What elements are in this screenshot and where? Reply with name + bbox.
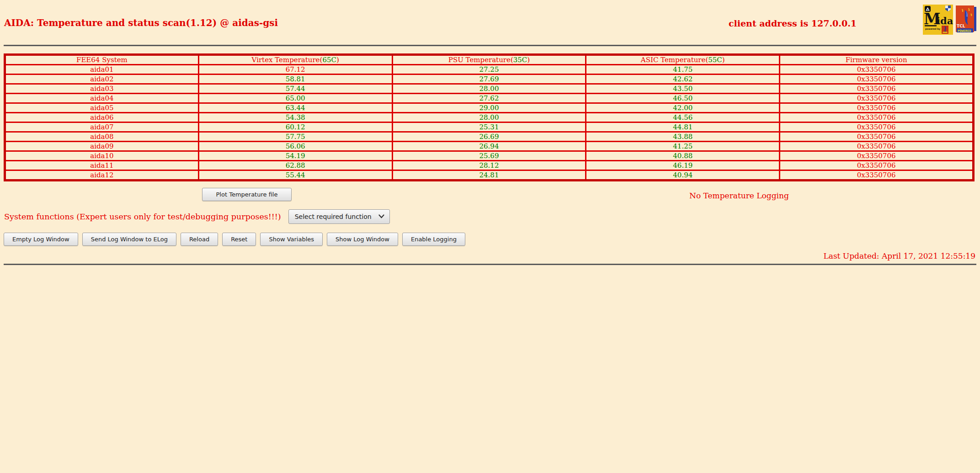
cell-system: aida09 (5, 142, 199, 151)
table-header-row: FEE64 SystemVirtex Temperature(65C)PSU T… (5, 55, 974, 65)
cell-psu: 28.12 (392, 161, 586, 170)
show-log-window-button[interactable]: Show Log Window (327, 233, 398, 246)
column-header-0: FEE64 System (5, 55, 199, 65)
cell-firmware: 0x3350706 (780, 142, 974, 151)
cell-system: aida01 (5, 65, 199, 74)
table-row: aida1162.8828.1246.190x3350706 (5, 161, 974, 170)
plot-temperature-file-button[interactable]: Plot Temperature file (202, 188, 292, 201)
temperature-table: FEE64 SystemVirtex Temperature(65C)PSU T… (4, 53, 975, 181)
cell-virtex: 55.44 (198, 170, 392, 181)
table-row: aida1054.1925.6940.880x3350706 (5, 151, 974, 161)
tcl-powered-text: POWERED (958, 29, 971, 33)
cell-firmware: 0x3350706 (780, 74, 974, 84)
cell-psu: 28.00 (392, 84, 586, 94)
cell-system: aida04 (5, 94, 199, 103)
column-header-2: PSU Temperature(35C) (392, 55, 586, 65)
table-row: aida0465.0027.6246.500x3350706 (5, 94, 974, 103)
cell-asic: 43.88 (586, 132, 780, 142)
cell-psu: 27.69 (392, 74, 586, 84)
cell-asic: 44.81 (586, 122, 780, 132)
cell-asic: 44.56 (586, 113, 780, 122)
enable-logging-button[interactable]: Enable Logging (402, 233, 465, 246)
page: AIDA: Temperature and status scan(1.12) … (0, 0, 980, 269)
cell-asic: 43.50 (586, 84, 780, 94)
function-select-wrap: Select required function (288, 209, 390, 224)
empty-log-window-button[interactable]: Empty Log Window (4, 233, 78, 246)
table-row: aida0258.8127.6942.620x3350706 (5, 74, 974, 84)
table-row: aida0654.3828.0044.560x3350706 (5, 113, 974, 122)
cell-psu: 26.69 (392, 132, 586, 142)
cell-firmware: 0x3350706 (780, 161, 974, 170)
cell-system: aida07 (5, 122, 199, 132)
cell-firmware: 0x3350706 (780, 94, 974, 103)
table-row: aida0760.1225.3144.810x3350706 (5, 122, 974, 132)
reset-button[interactable]: Reset (222, 233, 256, 246)
cell-firmware: 0x3350706 (780, 151, 974, 161)
tcl-text: TCL (957, 24, 965, 28)
cell-psu: 26.94 (392, 142, 586, 151)
table-row: aida0357.4428.0043.500x3350706 (5, 84, 974, 94)
column-header-3: ASIC Temperature(55C) (586, 55, 780, 65)
cell-virtex: 54.38 (198, 113, 392, 122)
show-variables-button[interactable]: Show Variables (260, 233, 323, 246)
table-row: aida1255.4424.8140.940x3350706 (5, 170, 974, 181)
cell-firmware: 0x3350706 (780, 132, 974, 142)
function-select[interactable]: Select required function (288, 209, 390, 224)
page-title: AIDA: Temperature and status scan(1.12) … (4, 17, 278, 28)
cell-psu: 25.31 (392, 122, 586, 132)
client-address: client address is 127.0.0.1 (729, 18, 857, 28)
cell-virtex: 57.44 (198, 84, 392, 94)
plot-row: Plot Temperature file No Temperature Log… (4, 187, 976, 204)
table-row: aida0563.4429.0042.000x3350706 (5, 103, 974, 113)
cell-psu: 28.00 (392, 113, 586, 122)
cell-virtex: 60.12 (198, 122, 392, 132)
logos: M idas powered by TCL POWERED (923, 5, 976, 35)
midas-logo-icon: M idas powered by (923, 5, 953, 35)
cell-system: aida06 (5, 113, 199, 122)
cell-asic: 41.25 (586, 142, 780, 151)
cell-psu: 25.69 (392, 151, 586, 161)
column-header-1: Virtex Temperature(65C) (198, 55, 392, 65)
cell-virtex: 56.06 (198, 142, 392, 151)
cell-asic: 41.75 (586, 65, 780, 74)
table-row: aida0857.7526.6943.880x3350706 (5, 132, 974, 142)
table-row: aida0956.0626.9441.250x3350706 (5, 142, 974, 151)
cell-firmware: 0x3350706 (780, 84, 974, 94)
cell-virtex: 62.88 (198, 161, 392, 170)
cell-virtex: 57.75 (198, 132, 392, 142)
cell-system: aida12 (5, 170, 199, 181)
reload-button[interactable]: Reload (181, 233, 218, 246)
cell-system: aida10 (5, 151, 199, 161)
cell-firmware: 0x3350706 (780, 65, 974, 74)
cell-system: aida05 (5, 103, 199, 113)
system-functions-row: System functions (Expert users only for … (4, 208, 976, 225)
cell-virtex: 65.00 (198, 94, 392, 103)
divider-bottom (4, 264, 976, 265)
cell-virtex: 67.12 (198, 65, 392, 74)
column-header-4: Firmware version (780, 55, 974, 65)
cell-asic: 40.88 (586, 151, 780, 161)
cell-virtex: 54.19 (198, 151, 392, 161)
cell-system: aida03 (5, 84, 199, 94)
cell-asic: 46.19 (586, 161, 780, 170)
cell-system: aida08 (5, 132, 199, 142)
svg-text:idas: idas (937, 15, 953, 27)
system-functions-label: System functions (Expert users only for … (4, 212, 281, 221)
cell-system: aida11 (5, 161, 199, 170)
log-buttons-row: Empty Log WindowSend Log Window to ELogR… (4, 233, 976, 246)
logging-status-text: No Temperature Logging (689, 191, 789, 200)
cell-system: aida02 (5, 74, 199, 84)
cell-psu: 27.25 (392, 65, 586, 74)
cell-firmware: 0x3350706 (780, 103, 974, 113)
cell-asic: 40.94 (586, 170, 780, 181)
header: AIDA: Temperature and status scan(1.12) … (4, 4, 976, 42)
table-row: aida0167.1227.2541.750x3350706 (5, 65, 974, 74)
last-updated-text: Last Updated: April 17, 2021 12:55:19 (4, 251, 976, 260)
cell-psu: 27.62 (392, 94, 586, 103)
send-log-window-to-elog-button[interactable]: Send Log Window to ELog (82, 233, 176, 246)
cell-asic: 42.62 (586, 74, 780, 84)
tcl-powered-logo-icon: TCL POWERED (956, 5, 976, 34)
cell-virtex: 58.81 (198, 74, 392, 84)
cell-asic: 46.50 (586, 94, 780, 103)
cell-virtex: 63.44 (198, 103, 392, 113)
